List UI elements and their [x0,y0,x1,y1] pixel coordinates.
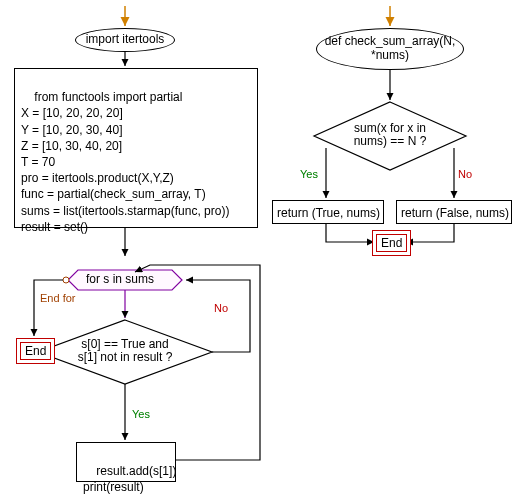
start-label-left: import itertools [86,33,165,47]
return-true-block: return (True, nums) [272,200,384,224]
start-terminator-right: def check_sum_array(N, *nums) [316,28,464,70]
code-process-text: from functools import partial X = [10, 2… [21,90,229,234]
edge-label-right-no: No [458,168,472,180]
edge-label-left-yes: Yes [132,408,150,420]
code-process-block: from functools import partial X = [10, 2… [14,68,258,228]
edge-label-end-for: End for [40,292,75,304]
edge-label-right-yes: Yes [300,168,318,180]
left-decision-text: s[0] == True and s[1] not in result ? [72,338,178,364]
end-marker-left: End [16,338,55,364]
svg-point-4 [63,277,69,283]
right-decision-text: sum(x for x in nums) == N ? [348,122,432,148]
end-label-left: End [20,342,51,360]
end-label-right: End [376,234,407,252]
edge-label-left-no: No [214,302,228,314]
end-marker-right: End [372,230,411,256]
loop-hex-label: for s in sums [86,273,154,286]
return-false-block: return (False, nums) [396,200,512,224]
return-true-text: return (True, nums) [277,206,380,220]
action-process-block: result.add(s[1]) print(result) [76,442,176,482]
func-def-label: def check_sum_array(N, *nums) [325,35,456,63]
start-terminator-left: import itertools [75,28,175,52]
return-false-text: return (False, nums) [401,206,509,220]
flowchart-canvas: import itertools from functools import p… [0,0,517,502]
